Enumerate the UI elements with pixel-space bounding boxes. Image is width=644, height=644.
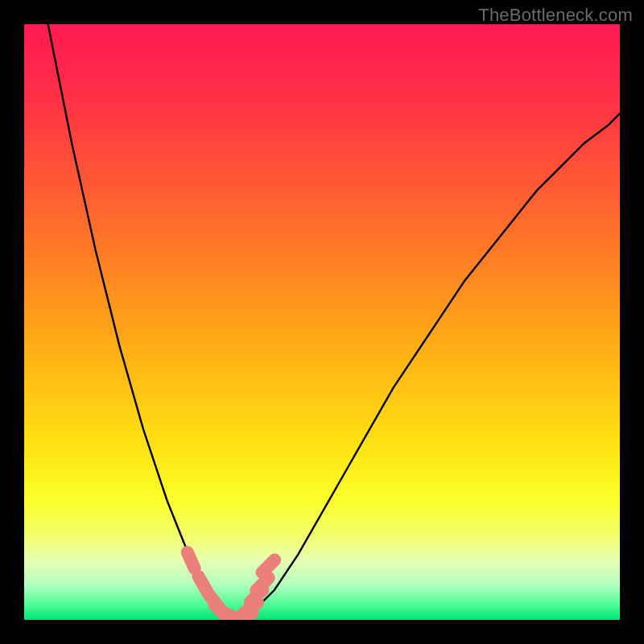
highlight-point — [199, 576, 208, 592]
highlight-point — [256, 578, 269, 591]
highlight-point — [262, 560, 275, 573]
bottleneck-chart — [24, 24, 620, 620]
chart-stage: TheBottleneck.com — [0, 0, 644, 644]
watermark-label: TheBottleneck.com — [478, 5, 633, 26]
highlight-point — [188, 552, 195, 568]
